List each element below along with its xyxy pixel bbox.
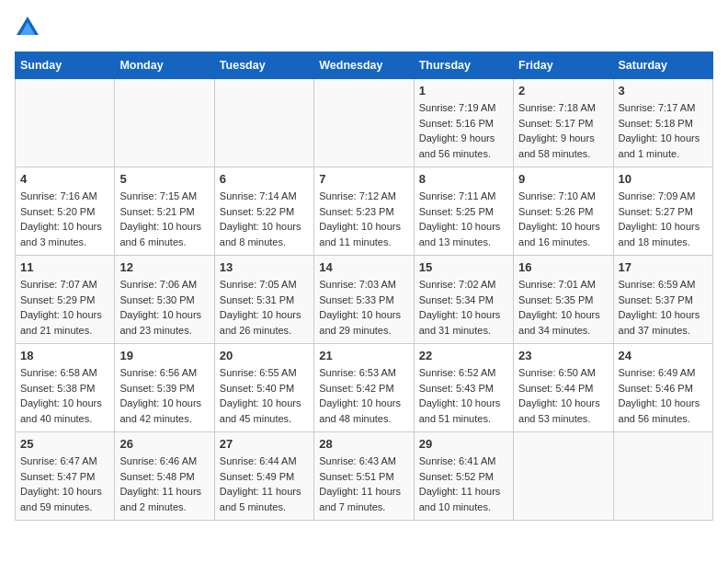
day-info: Sunrise: 6:53 AMSunset: 5:42 PMDaylight:… — [319, 365, 408, 426]
page-header — [15, 15, 713, 40]
day-info: Sunrise: 7:19 AMSunset: 5:16 PMDaylight:… — [419, 100, 508, 161]
calendar-cell: 17Sunrise: 6:59 AMSunset: 5:37 PMDayligh… — [613, 256, 712, 344]
day-number: 9 — [518, 172, 608, 186]
weekday-header-monday: Monday — [115, 52, 214, 79]
day-number: 11 — [20, 260, 109, 274]
calendar-week-4: 18Sunrise: 6:58 AMSunset: 5:38 PMDayligh… — [16, 344, 713, 432]
calendar-cell: 28Sunrise: 6:43 AMSunset: 5:51 PMDayligh… — [314, 432, 414, 521]
day-number: 2 — [518, 84, 608, 98]
calendar-cell: 12Sunrise: 7:06 AMSunset: 5:30 PMDayligh… — [115, 256, 214, 344]
calendar-cell: 8Sunrise: 7:11 AMSunset: 5:25 PMDaylight… — [414, 167, 513, 256]
day-number: 17 — [619, 260, 708, 274]
day-number: 5 — [119, 172, 209, 186]
calendar-cell: 20Sunrise: 6:55 AMSunset: 5:40 PMDayligh… — [214, 344, 313, 432]
calendar-cell: 2Sunrise: 7:18 AMSunset: 5:17 PMDaylight… — [514, 79, 613, 167]
day-number: 26 — [119, 437, 209, 451]
day-number: 8 — [419, 172, 508, 186]
calendar-cell — [314, 79, 414, 167]
day-info: Sunrise: 6:44 AMSunset: 5:49 PMDaylight:… — [220, 454, 309, 514]
day-info: Sunrise: 7:10 AMSunset: 5:26 PMDaylight:… — [518, 189, 608, 249]
calendar-cell: 24Sunrise: 6:49 AMSunset: 5:46 PMDayligh… — [613, 344, 712, 432]
day-info: Sunrise: 6:55 AMSunset: 5:40 PMDaylight:… — [220, 365, 309, 426]
day-info: Sunrise: 6:43 AMSunset: 5:51 PMDaylight:… — [319, 454, 408, 514]
calendar-cell: 21Sunrise: 6:53 AMSunset: 5:42 PMDayligh… — [314, 344, 414, 432]
day-number: 19 — [119, 349, 209, 362]
calendar-cell — [115, 79, 214, 167]
day-info: Sunrise: 7:09 AMSunset: 5:27 PMDaylight:… — [619, 189, 708, 249]
day-info: Sunrise: 7:15 AMSunset: 5:21 PMDaylight:… — [119, 189, 209, 249]
calendar-table: SundayMondayTuesdayWednesdayThursdayFrid… — [15, 52, 713, 521]
day-number: 7 — [319, 172, 408, 186]
weekday-header-thursday: Thursday — [414, 52, 513, 79]
calendar-cell: 13Sunrise: 7:05 AMSunset: 5:31 PMDayligh… — [214, 256, 313, 344]
day-number: 1 — [419, 84, 508, 98]
day-number: 16 — [518, 260, 608, 274]
calendar-cell: 3Sunrise: 7:17 AMSunset: 5:18 PMDaylight… — [613, 79, 712, 167]
weekday-header-wednesday: Wednesday — [314, 52, 414, 79]
day-number: 20 — [220, 349, 309, 362]
day-info: Sunrise: 6:41 AMSunset: 5:52 PMDaylight:… — [419, 454, 508, 514]
day-number: 23 — [518, 349, 608, 362]
day-info: Sunrise: 7:14 AMSunset: 5:22 PMDaylight:… — [220, 189, 309, 249]
day-info: Sunrise: 7:06 AMSunset: 5:30 PMDaylight:… — [119, 277, 209, 338]
day-info: Sunrise: 7:01 AMSunset: 5:35 PMDaylight:… — [518, 277, 608, 338]
calendar-cell: 7Sunrise: 7:12 AMSunset: 5:23 PMDaylight… — [314, 167, 414, 256]
day-info: Sunrise: 6:50 AMSunset: 5:44 PMDaylight:… — [518, 365, 608, 426]
calendar-cell — [16, 79, 115, 167]
calendar-cell: 18Sunrise: 6:58 AMSunset: 5:38 PMDayligh… — [16, 344, 115, 432]
calendar-cell: 27Sunrise: 6:44 AMSunset: 5:49 PMDayligh… — [214, 432, 313, 521]
day-info: Sunrise: 6:49 AMSunset: 5:46 PMDaylight:… — [619, 365, 708, 426]
day-number: 3 — [619, 84, 708, 98]
calendar-week-1: 1Sunrise: 7:19 AMSunset: 5:16 PMDaylight… — [16, 79, 713, 167]
day-info: Sunrise: 7:02 AMSunset: 5:34 PMDaylight:… — [419, 277, 508, 338]
day-number: 10 — [619, 172, 708, 186]
day-info: Sunrise: 7:07 AMSunset: 5:29 PMDaylight:… — [20, 277, 109, 338]
day-number: 4 — [20, 172, 109, 186]
calendar-cell — [514, 432, 613, 521]
calendar-week-5: 25Sunrise: 6:47 AMSunset: 5:47 PMDayligh… — [16, 432, 713, 521]
day-info: Sunrise: 7:03 AMSunset: 5:33 PMDaylight:… — [319, 277, 408, 338]
calendar-cell: 22Sunrise: 6:52 AMSunset: 5:43 PMDayligh… — [414, 344, 513, 432]
day-info: Sunrise: 6:52 AMSunset: 5:43 PMDaylight:… — [419, 365, 508, 426]
day-number: 21 — [319, 349, 408, 362]
calendar-week-2: 4Sunrise: 7:16 AMSunset: 5:20 PMDaylight… — [16, 167, 713, 256]
day-info: Sunrise: 7:17 AMSunset: 5:18 PMDaylight:… — [619, 100, 708, 161]
weekday-header-sunday: Sunday — [16, 52, 115, 79]
day-number: 22 — [419, 349, 508, 362]
day-number: 14 — [319, 260, 408, 274]
day-info: Sunrise: 6:56 AMSunset: 5:39 PMDaylight:… — [119, 365, 209, 426]
calendar-cell: 6Sunrise: 7:14 AMSunset: 5:22 PMDaylight… — [214, 167, 313, 256]
calendar-cell: 9Sunrise: 7:10 AMSunset: 5:26 PMDaylight… — [514, 167, 613, 256]
weekday-header-saturday: Saturday — [613, 52, 712, 79]
calendar-cell: 29Sunrise: 6:41 AMSunset: 5:52 PMDayligh… — [414, 432, 513, 521]
day-info: Sunrise: 7:18 AMSunset: 5:17 PMDaylight:… — [518, 100, 608, 161]
day-number: 13 — [220, 260, 309, 274]
day-number: 24 — [619, 349, 708, 362]
calendar-cell: 11Sunrise: 7:07 AMSunset: 5:29 PMDayligh… — [16, 256, 115, 344]
calendar-cell — [613, 432, 712, 521]
day-number: 29 — [419, 437, 508, 451]
calendar-cell: 26Sunrise: 6:46 AMSunset: 5:48 PMDayligh… — [115, 432, 214, 521]
day-number: 15 — [419, 260, 508, 274]
day-number: 28 — [319, 437, 408, 451]
calendar-cell: 1Sunrise: 7:19 AMSunset: 5:16 PMDaylight… — [414, 79, 513, 167]
calendar-cell: 5Sunrise: 7:15 AMSunset: 5:21 PMDaylight… — [115, 167, 214, 256]
logo-icon — [15, 15, 40, 40]
calendar-cell: 15Sunrise: 7:02 AMSunset: 5:34 PMDayligh… — [414, 256, 513, 344]
day-number: 12 — [119, 260, 209, 274]
day-number: 18 — [20, 349, 109, 362]
day-info: Sunrise: 6:46 AMSunset: 5:48 PMDaylight:… — [119, 454, 209, 514]
day-info: Sunrise: 6:47 AMSunset: 5:47 PMDaylight:… — [20, 454, 109, 514]
calendar-cell: 25Sunrise: 6:47 AMSunset: 5:47 PMDayligh… — [16, 432, 115, 521]
day-info: Sunrise: 6:59 AMSunset: 5:37 PMDaylight:… — [619, 277, 708, 338]
calendar-cell: 10Sunrise: 7:09 AMSunset: 5:27 PMDayligh… — [613, 167, 712, 256]
weekday-header-row: SundayMondayTuesdayWednesdayThursdayFrid… — [16, 52, 713, 79]
day-info: Sunrise: 6:58 AMSunset: 5:38 PMDaylight:… — [20, 365, 109, 426]
calendar-cell: 16Sunrise: 7:01 AMSunset: 5:35 PMDayligh… — [514, 256, 613, 344]
day-info: Sunrise: 7:12 AMSunset: 5:23 PMDaylight:… — [319, 189, 408, 249]
calendar-cell: 14Sunrise: 7:03 AMSunset: 5:33 PMDayligh… — [314, 256, 414, 344]
calendar-cell: 19Sunrise: 6:56 AMSunset: 5:39 PMDayligh… — [115, 344, 214, 432]
day-number: 6 — [220, 172, 309, 186]
calendar-week-3: 11Sunrise: 7:07 AMSunset: 5:29 PMDayligh… — [16, 256, 713, 344]
calendar-cell: 23Sunrise: 6:50 AMSunset: 5:44 PMDayligh… — [514, 344, 613, 432]
